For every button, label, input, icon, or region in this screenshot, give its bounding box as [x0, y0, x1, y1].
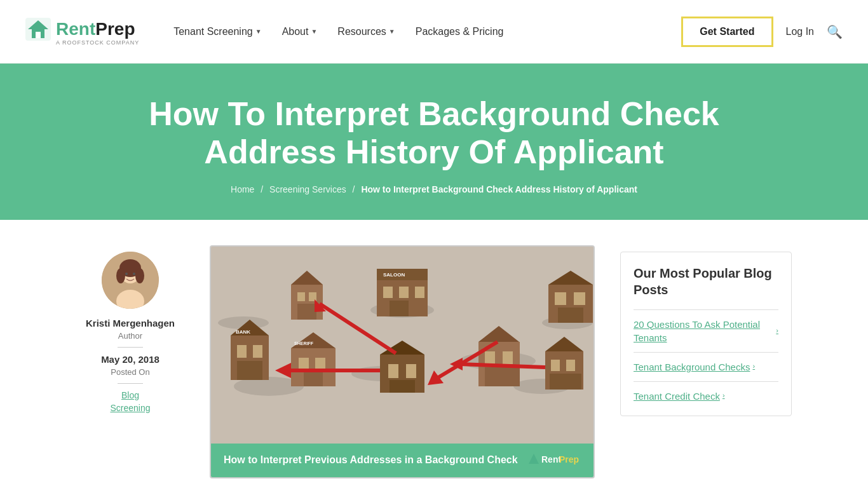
svg-rect-24 — [237, 361, 262, 380]
get-started-button[interactable]: Get Started — [681, 17, 773, 47]
svg-rect-34 — [383, 287, 393, 298]
logo-area: RentPrep A ROOFSTOCK COMPANY — [25, 18, 139, 46]
sidebar-divider-3 — [634, 381, 778, 382]
tag-blog[interactable]: Blog — [121, 390, 139, 400]
svg-point-9 — [135, 268, 144, 283]
image-caption-text: How to Interpret Previous Addresses in a… — [224, 454, 518, 466]
svg-rect-3 — [36, 32, 41, 38]
chevron-right-icon: › — [722, 391, 725, 400]
article-main: BANK SALOON — [210, 245, 595, 478]
svg-rect-41 — [574, 292, 585, 305]
svg-rect-62 — [566, 360, 575, 371]
popular-posts-title: Our Most Popular Blog Posts — [634, 265, 778, 298]
svg-rect-40 — [555, 292, 566, 305]
logo-brand-rent: Rent — [56, 19, 95, 39]
svg-point-11 — [133, 273, 135, 275]
svg-rect-63 — [550, 374, 581, 390]
chevron-down-icon: ▼ — [311, 28, 317, 35]
sidebar-link-1[interactable]: 20 Questions To Ask Potential Tenants › — [634, 318, 778, 344]
chevron-right-icon: › — [776, 326, 778, 336]
divider2 — [118, 383, 143, 384]
post-date: May 20, 2018 — [101, 354, 159, 365]
svg-point-8 — [116, 268, 125, 283]
svg-rect-28 — [297, 292, 305, 301]
avatar — [102, 252, 159, 309]
nav-item-packages[interactable]: Packages & Pricing — [407, 21, 513, 43]
sidebar-divider-2 — [634, 352, 778, 353]
svg-rect-37 — [390, 301, 409, 316]
svg-rect-56 — [485, 351, 495, 364]
svg-rect-58 — [485, 367, 520, 386]
breadcrumb-home[interactable]: Home — [231, 184, 254, 194]
svg-rect-48 — [304, 371, 323, 386]
page-title: How To Interpret Background Check Addres… — [85, 95, 783, 172]
login-button[interactable]: Log In — [786, 26, 814, 37]
svg-rect-61 — [551, 360, 560, 371]
logo-brand-prep: Prep — [95, 19, 135, 39]
posted-on-label: Posted On — [111, 367, 149, 377]
breadcrumb-current: How to Interpret Background Check Addres… — [361, 184, 637, 194]
chevron-down-icon: ▼ — [255, 28, 262, 35]
article-image: BANK SALOON — [211, 247, 593, 444]
breadcrumb-section[interactable]: Screening Services — [269, 184, 346, 194]
image-caption-bar: How to Interpret Previous Addresses in a… — [211, 444, 593, 477]
svg-rect-51 — [388, 364, 398, 378]
chevron-down-icon: ▼ — [389, 28, 395, 35]
logo-icon — [25, 18, 51, 41]
logo-subtitle: A ROOFSTOCK COMPANY — [56, 39, 139, 46]
svg-rect-52 — [406, 364, 416, 378]
search-icon[interactable]: 🔍 — [827, 24, 843, 39]
image-logo: Rent Prep — [524, 450, 581, 471]
popular-posts-card: Our Most Popular Blog Posts 20 Questions… — [620, 252, 792, 416]
svg-rect-23 — [253, 345, 262, 358]
svg-point-10 — [125, 273, 128, 275]
svg-rect-29 — [309, 292, 316, 301]
svg-rect-35 — [399, 287, 409, 298]
divider — [118, 347, 143, 348]
svg-rect-30 — [297, 304, 316, 320]
svg-rect-22 — [237, 345, 247, 358]
breadcrumb: Home / Screening Services / How to Inter… — [25, 184, 843, 194]
header-actions: Get Started Log In 🔍 — [681, 17, 843, 47]
svg-rect-57 — [503, 351, 513, 364]
content-area: Kristi Mergenhagen Author May 20, 2018 P… — [0, 220, 868, 488]
tag-screening[interactable]: Screening — [110, 403, 150, 413]
svg-rect-42 — [558, 308, 583, 323]
chevron-right-icon: › — [752, 362, 755, 371]
svg-rect-53 — [390, 380, 415, 393]
nav-item-about[interactable]: About ▼ — [273, 21, 327, 43]
hero-banner: How To Interpret Background Check Addres… — [0, 64, 868, 220]
nav-item-tenant-screening[interactable]: Tenant Screening ▼ — [165, 21, 270, 43]
sidebar-link-2[interactable]: Tenant Background Checks › — [634, 360, 778, 374]
svg-text:BANK: BANK — [236, 329, 250, 335]
svg-marker-72 — [529, 454, 539, 464]
svg-text:Prep: Prep — [559, 454, 579, 464]
author-tags: Blog Screening — [110, 390, 150, 413]
author-name: Kristi Mergenhagen — [86, 318, 175, 329]
nav-item-resources[interactable]: Resources ▼ — [329, 21, 403, 43]
logo-text: RentPrep — [56, 19, 135, 39]
svg-rect-36 — [415, 287, 424, 298]
author-sidebar: Kristi Mergenhagen Author May 20, 2018 P… — [76, 245, 184, 478]
svg-text:SALOON: SALOON — [383, 272, 405, 278]
article-image-box: BANK SALOON — [210, 245, 595, 478]
main-nav: Tenant Screening ▼ About ▼ Resources ▼ P… — [165, 21, 681, 43]
site-header: RentPrep A ROOFSTOCK COMPANY Tenant Scre… — [0, 0, 868, 64]
sidebar-divider-1 — [634, 309, 778, 310]
author-role: Author — [118, 331, 142, 341]
sidebar-link-3[interactable]: Tenant Credit Check › — [634, 390, 778, 403]
svg-text:Rent: Rent — [541, 454, 561, 464]
svg-text:SHERIFF: SHERIFF — [294, 341, 314, 346]
right-sidebar: Our Most Popular Blog Posts 20 Questions… — [620, 245, 792, 478]
